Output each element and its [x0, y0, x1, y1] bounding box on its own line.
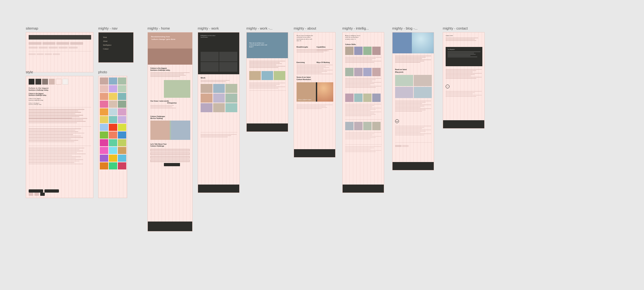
photo-frame-card[interactable]: [98, 76, 127, 198]
about-group: mighty - about We are a team of strategi…: [294, 26, 336, 158]
work-group: mighty - work At MightyKid, we drive cul…: [198, 26, 240, 193]
contact-frame-card[interactable]: mighty contact The Mightykid: [443, 32, 485, 129]
contact-group: mighty - contact mighty contact The Migh…: [443, 26, 485, 129]
about-label: mighty - about: [294, 26, 316, 30]
style-frame-card[interactable]: Culture is the biggest business challeng…: [26, 76, 93, 198]
home-label: mighty - home: [147, 26, 170, 30]
canvas: sitemap: [0, 0, 644, 290]
about-frame-card[interactable]: We are a team of strategists whoorchestr…: [294, 32, 336, 158]
sitemap-label: sitemap: [26, 26, 38, 30]
nav-frame-card[interactable]: Work About Intelligence Contact: [98, 32, 134, 63]
home-group: mighty - home Revolutionizing how'cultur…: [147, 26, 193, 231]
blog-group: mighty - blog -...: [392, 26, 434, 170]
intel-label: mighty - intellig...: [342, 26, 369, 30]
work-label: mighty - work: [198, 26, 219, 30]
home-frame-card[interactable]: Revolutionizing how'culture change' gets…: [147, 32, 193, 231]
nav-label: mighty - nav: [98, 26, 118, 30]
work2-group: mighty - work -... How can we achieve ou…: [246, 26, 288, 132]
blog-frame-card[interactable]: Read our latest Blog posts: [392, 32, 434, 170]
intel-frame-card[interactable]: Always on intelligence, here tounlock th…: [342, 32, 384, 193]
contact-label: mighty - contact: [443, 26, 468, 30]
nav-group: mighty - nav Work About Intelligence Con…: [98, 26, 134, 63]
work-frame-card[interactable]: At MightyKid, we drive culturetransforma…: [198, 32, 240, 193]
sitemap-group: sitemap: [26, 26, 93, 72]
intel-group: mighty - intellig... Always on intellige…: [342, 26, 384, 193]
photo-group: photo: [98, 70, 127, 198]
work2-label: mighty - work -...: [246, 26, 272, 30]
blog-label: mighty - blog -...: [392, 26, 418, 30]
style-group: style Culture is the biggest business ch…: [26, 70, 93, 198]
work2-frame-card[interactable]: How can we achieve ourcommercial goals, …: [246, 32, 288, 132]
photo-label: photo: [98, 70, 107, 74]
sitemap-frame[interactable]: [26, 32, 93, 72]
